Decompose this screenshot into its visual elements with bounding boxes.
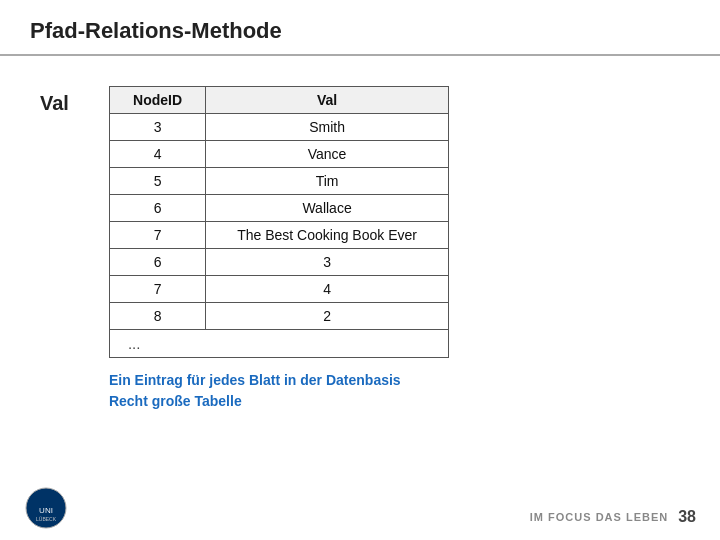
cell-val: Tim [206, 168, 449, 195]
cell-val: The Best Cooking Book Ever [206, 222, 449, 249]
cell-val: 2 [206, 303, 449, 330]
table-row: 4Vance [109, 141, 448, 168]
table-row: 7The Best Cooking Book Ever [109, 222, 448, 249]
svg-text:LÜBECK: LÜBECK [36, 516, 57, 522]
cell-val: Vance [206, 141, 449, 168]
table-row: 3Smith [109, 114, 448, 141]
footer-brand: IM FOCUS DAS LEBEN [530, 511, 668, 523]
cell-val: 3 [206, 249, 449, 276]
table-row: 6Wallace [109, 195, 448, 222]
cell-nodeid: 6 [109, 195, 205, 222]
note-text: Ein Eintrag für jedes Blatt in der Daten… [109, 370, 401, 412]
table-row: 74 [109, 276, 448, 303]
cell-nodeid: 7 [109, 222, 205, 249]
ellipsis-row: ... [109, 330, 448, 358]
cell-nodeid: 8 [109, 303, 205, 330]
page-title: Pfad-Relations-Methode [0, 0, 720, 56]
cell-val: Smith [206, 114, 449, 141]
data-table: NodeID Val 3Smith4Vance5Tim6Wallace7The … [109, 86, 449, 358]
cell-val: Wallace [206, 195, 449, 222]
cell-nodeid: 7 [109, 276, 205, 303]
footer-page: 38 [678, 508, 696, 526]
cell-nodeid: 6 [109, 249, 205, 276]
col-header-nodeid: NodeID [109, 87, 205, 114]
cell-nodeid: 4 [109, 141, 205, 168]
col-header-val: Val [206, 87, 449, 114]
val-label: Val [40, 92, 69, 115]
cell-nodeid: 3 [109, 114, 205, 141]
cell-nodeid: 5 [109, 168, 205, 195]
table-row: 63 [109, 249, 448, 276]
table-row: 5Tim [109, 168, 448, 195]
svg-text:UNI: UNI [39, 506, 53, 515]
cell-val: 4 [206, 276, 449, 303]
table-row: 82 [109, 303, 448, 330]
university-logo: UNI LÜBECK [24, 486, 68, 530]
